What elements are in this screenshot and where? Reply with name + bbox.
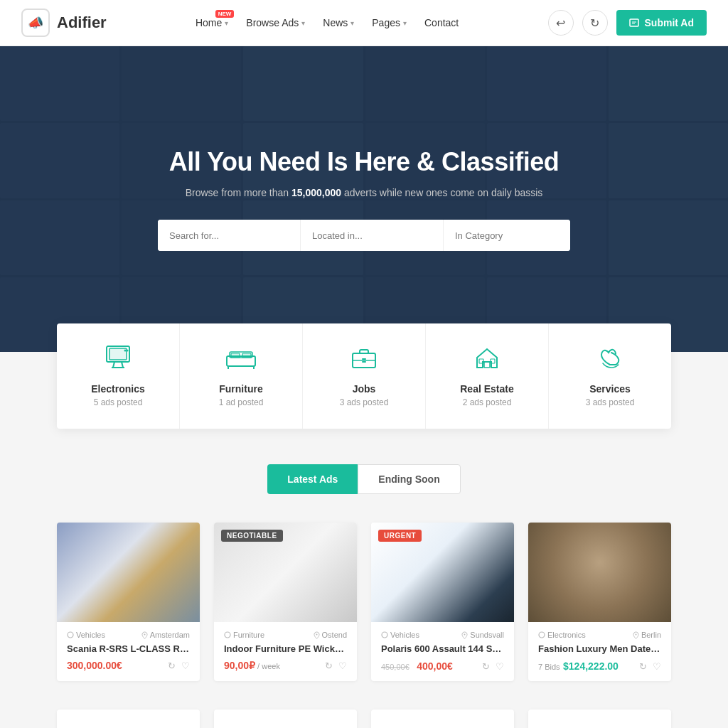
logo-text: Adifier bbox=[57, 14, 107, 32]
ad-bids-4: 7 Bids bbox=[538, 663, 560, 671]
svg-point-6 bbox=[124, 350, 127, 352]
ads-grid: Vehicles Amsterdam Scania R-SRS L-CLASS … bbox=[0, 508, 728, 710]
location-icon bbox=[314, 631, 320, 639]
tab-latest-ads[interactable]: Latest Ads bbox=[267, 464, 358, 494]
svg-rect-11 bbox=[242, 353, 251, 358]
svg-line-3 bbox=[113, 362, 114, 368]
ad-category-3: Vehicles bbox=[381, 631, 419, 639]
circle-icon bbox=[538, 631, 545, 638]
svg-rect-2 bbox=[109, 348, 127, 360]
ad-actions-2: ↻ ♡ bbox=[325, 660, 347, 671]
refresh-button[interactable]: ↻ bbox=[582, 10, 608, 36]
category-name-furniture: Furniture bbox=[219, 383, 262, 395]
nav-item-home[interactable]: Home NEW ▾ bbox=[196, 17, 228, 28]
ad-title-4: Fashion Luxury Men Date St... bbox=[538, 643, 661, 654]
ad-info-2: Furniture Ostend Indoor Furniture PE Wic… bbox=[214, 622, 357, 680]
nav-item-contact[interactable]: Contact bbox=[424, 17, 459, 28]
category-count-jobs: 3 ads posted bbox=[340, 397, 389, 407]
ad-info-4: Electronics Berlin Fashion Luxury Men Da… bbox=[528, 622, 671, 681]
ad-title-3: Polaris 600 Assault 144 Sno... bbox=[381, 643, 504, 654]
ad-meta-4: Electronics Berlin bbox=[538, 631, 661, 639]
nav-home-label: Home bbox=[196, 17, 222, 28]
ad-favorite-button-1[interactable]: ♡ bbox=[181, 660, 190, 671]
category-name-electronics: Electronics bbox=[91, 383, 144, 395]
ad-image-2: NEGOTIABLE bbox=[214, 523, 357, 622]
svg-line-4 bbox=[122, 362, 123, 368]
nav-item-pages[interactable]: Pages ▾ bbox=[372, 17, 407, 28]
new-badge: NEW bbox=[215, 10, 235, 18]
ad-price-old-3: 450,00€ bbox=[381, 663, 410, 671]
location-icon bbox=[461, 631, 468, 639]
ad-share-button-3[interactable]: ↻ bbox=[482, 661, 490, 672]
category-electronics[interactable]: Electronics 5 ads posted bbox=[57, 323, 180, 429]
svg-point-25 bbox=[382, 632, 387, 638]
search-input[interactable] bbox=[158, 220, 301, 251]
chevron-down-icon: ▾ bbox=[301, 19, 305, 27]
briefcase-icon bbox=[350, 345, 378, 375]
circle-icon bbox=[67, 631, 74, 638]
hero-title: All You Need Is Here & Classified bbox=[158, 147, 570, 177]
category-name-real-estate: Real Estate bbox=[460, 383, 513, 395]
nav-browse-label: Browse Ads bbox=[246, 17, 299, 28]
chevron-down-icon: ▾ bbox=[225, 19, 228, 27]
ad-card-3: URGENT Vehicles Sundsvall Polaris 600 As… bbox=[371, 523, 514, 681]
ad-card-partial-2 bbox=[214, 710, 357, 728]
ad-favorite-button-2[interactable]: ♡ bbox=[338, 660, 347, 671]
svg-rect-18 bbox=[484, 362, 490, 368]
ad-location-3: Sundsvall bbox=[461, 631, 504, 639]
search-bar: Search bbox=[158, 220, 570, 251]
location-input[interactable] bbox=[301, 220, 444, 251]
ad-badge-3: URGENT bbox=[378, 530, 422, 542]
ad-share-button-1[interactable]: ↻ bbox=[168, 660, 176, 671]
chevron-down-icon: ▾ bbox=[403, 19, 407, 27]
svg-point-24 bbox=[316, 633, 317, 635]
ad-price-1: 300,000.00€ bbox=[67, 660, 122, 671]
nav-item-browse[interactable]: Browse Ads ▾ bbox=[246, 17, 305, 28]
ad-card-4: Electronics Berlin Fashion Luxury Men Da… bbox=[528, 523, 671, 681]
tab-ending-soon[interactable]: Ending Soon bbox=[358, 464, 460, 494]
ad-info-3: Vehicles Sundsvall Polaris 600 Assault 1… bbox=[371, 622, 514, 681]
ad-card-1: Vehicles Amsterdam Scania R-SRS L-CLASS … bbox=[57, 523, 200, 681]
svg-rect-0 bbox=[630, 19, 638, 26]
category-furniture[interactable]: Furniture 1 ad posted bbox=[180, 323, 303, 429]
svg-rect-10 bbox=[231, 353, 240, 358]
ad-image-1 bbox=[57, 523, 200, 622]
logo-icon: 📣 bbox=[21, 9, 50, 37]
ad-favorite-button-4[interactable]: ♡ bbox=[653, 661, 661, 672]
ad-share-button-2[interactable]: ↻ bbox=[325, 660, 333, 671]
ad-location-4: Berlin bbox=[633, 631, 661, 639]
ad-share-button-4[interactable]: ↻ bbox=[639, 661, 647, 672]
login-button[interactable]: ↩ bbox=[548, 10, 574, 36]
submit-ad-button[interactable]: Submit Ad bbox=[616, 10, 707, 36]
tv-icon bbox=[104, 345, 132, 375]
nav-contact-label: Contact bbox=[424, 17, 459, 28]
ad-category-1: Vehicles bbox=[67, 631, 105, 639]
category-count-real-estate: 2 ads posted bbox=[463, 397, 512, 407]
nav-pages-label: Pages bbox=[372, 17, 400, 28]
category-name-jobs: Jobs bbox=[353, 383, 376, 395]
ad-location-2: Ostend bbox=[314, 631, 347, 639]
header-actions: ↩ ↻ Submit Ad bbox=[548, 10, 707, 36]
svg-point-22 bbox=[144, 633, 145, 635]
category-input[interactable] bbox=[444, 220, 570, 251]
ad-category-2: Furniture bbox=[224, 631, 264, 639]
ad-price-row-3: 450,00€ 400,00€ ↻ ♡ bbox=[381, 660, 504, 673]
hero-subtitle: Browse from more than 15,000,000 adverts… bbox=[158, 187, 570, 198]
category-services[interactable]: Services 3 ads posted bbox=[549, 323, 671, 429]
svg-point-23 bbox=[225, 632, 230, 638]
category-real-estate[interactable]: Real Estate 2 ads posted bbox=[426, 323, 549, 429]
ad-card-partial-3 bbox=[371, 710, 514, 728]
ad-favorite-button-3[interactable]: ♡ bbox=[496, 661, 504, 672]
category-jobs[interactable]: Jobs 3 ads posted bbox=[303, 323, 426, 429]
svg-point-26 bbox=[464, 633, 466, 635]
ad-price-2: 90,00₽ / week bbox=[224, 660, 280, 671]
category-count-electronics: 5 ads posted bbox=[94, 397, 143, 407]
main-nav: Home NEW ▾ Browse Ads ▾ News ▾ Pages ▾ C… bbox=[196, 17, 459, 28]
submit-icon bbox=[629, 18, 639, 28]
nav-item-news[interactable]: News ▾ bbox=[323, 17, 354, 28]
bed-icon bbox=[225, 345, 257, 375]
ad-price-row-2: 90,00₽ / week ↻ ♡ bbox=[224, 660, 347, 671]
ad-price-3: 400,00€ bbox=[417, 660, 453, 672]
ad-badge-2: NEGOTIABLE bbox=[221, 530, 283, 542]
tabs-section: Latest Ads Ending Soon bbox=[0, 429, 728, 508]
